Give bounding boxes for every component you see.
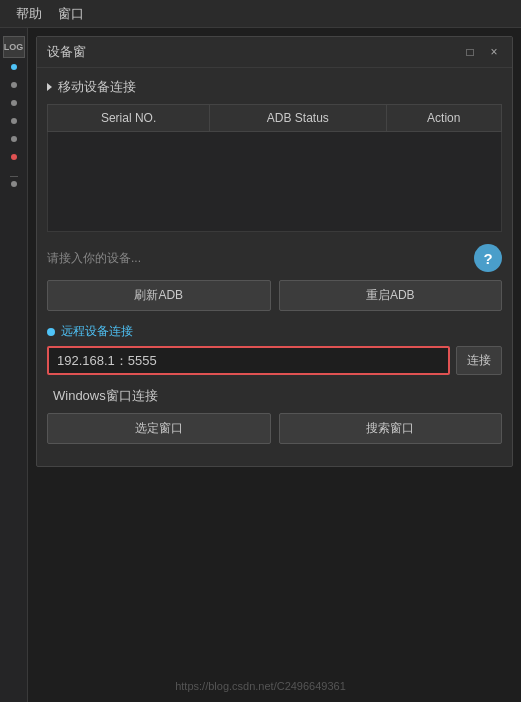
menu-bar: 帮助 窗口 <box>0 0 521 28</box>
mobile-section-title: 移动设备连接 <box>58 78 136 96</box>
help-button[interactable]: ? <box>474 244 502 272</box>
menu-item-help[interactable]: 帮助 <box>8 5 50 23</box>
indicator-dot-3 <box>11 100 17 106</box>
remote-section-header: 远程设备连接 <box>47 323 502 340</box>
col-action: Action <box>386 105 501 132</box>
left-sidebar: LOG <box>0 28 28 702</box>
indicator-dot-2 <box>11 82 17 88</box>
search-window-button[interactable]: 搜索窗口 <box>279 413 503 444</box>
main-content: 设备窗 □ × 移动设备连接 Serial NO. ADB Stat <box>28 28 521 702</box>
collapse-triangle-icon[interactable] <box>47 83 52 91</box>
remote-section-title: 远程设备连接 <box>61 323 133 340</box>
minimize-button[interactable]: □ <box>462 44 478 60</box>
windows-section-header: Windows窗口连接 <box>47 387 502 405</box>
close-button[interactable]: × <box>486 44 502 60</box>
watermark: https://blog.csdn.net/C2496649361 <box>175 680 346 692</box>
remote-section: 远程设备连接 连接 <box>47 323 502 375</box>
windows-buttons-row: 选定窗口 搜索窗口 <box>47 413 502 444</box>
remote-dot-icon <box>47 328 55 336</box>
panel-controls: □ × <box>462 44 502 60</box>
col-serial: Serial NO. <box>48 105 210 132</box>
select-window-button[interactable]: 选定窗口 <box>47 413 271 444</box>
panel-header: 设备窗 □ × <box>37 37 512 68</box>
refresh-adb-button[interactable]: 刷新ADB <box>47 280 271 311</box>
status-area: 请接入你的设备... ? <box>47 244 502 272</box>
log-icon[interactable]: LOG <box>3 36 25 58</box>
indicator-dot-6 <box>11 154 17 160</box>
status-text: 请接入你的设备... <box>47 250 141 267</box>
indicator-dot-7 <box>11 181 17 187</box>
table-empty-area <box>47 132 502 232</box>
windows-section: Windows窗口连接 选定窗口 搜索窗口 <box>47 387 502 444</box>
device-table: Serial NO. ADB Status Action <box>47 104 502 132</box>
mobile-section: 移动设备连接 Serial NO. ADB Status Action <box>47 78 502 232</box>
device-window-panel: 设备窗 □ × 移动设备连接 Serial NO. ADB Stat <box>36 36 513 467</box>
panel-body: 移动设备连接 Serial NO. ADB Status Action <box>37 68 512 466</box>
connect-button[interactable]: 连接 <box>456 346 502 375</box>
adb-buttons-row: 刷新ADB 重启ADB <box>47 280 502 311</box>
indicator-dot-5 <box>11 136 17 142</box>
remote-ip-input[interactable] <box>47 346 450 375</box>
restart-adb-button[interactable]: 重启ADB <box>279 280 503 311</box>
col-adb-status: ADB Status <box>210 105 386 132</box>
indicator-dot-1 <box>11 64 17 70</box>
panel-title: 设备窗 <box>47 43 86 61</box>
remote-input-row: 连接 <box>47 346 502 375</box>
menu-item-window[interactable]: 窗口 <box>50 5 92 23</box>
windows-section-title: Windows窗口连接 <box>53 387 158 405</box>
mobile-section-header: 移动设备连接 <box>47 78 502 96</box>
indicator-dot-4 <box>11 118 17 124</box>
